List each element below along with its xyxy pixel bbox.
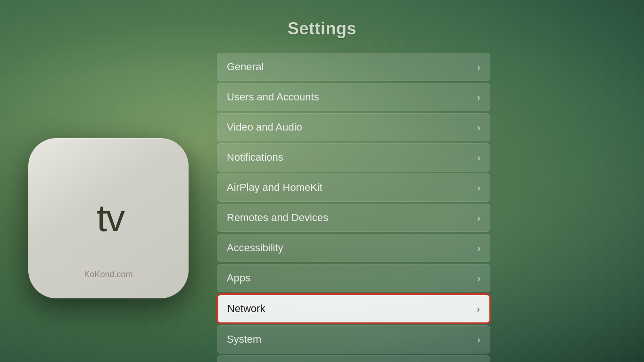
watermark-text: KoKond.com bbox=[84, 270, 132, 280]
chevron-icon-airplay-homekit: › bbox=[477, 182, 480, 193]
settings-item-network[interactable]: Network› bbox=[217, 294, 490, 323]
settings-item-general[interactable]: General› bbox=[217, 53, 490, 81]
chevron-icon-network: › bbox=[477, 304, 480, 314]
apple-logo-tv: tv bbox=[93, 199, 124, 237]
settings-label-system: System bbox=[227, 333, 261, 346]
apple-tv-box: tv KoKond.com bbox=[28, 138, 189, 298]
settings-label-notifications: Notifications bbox=[227, 151, 283, 164]
settings-label-airplay-homekit: AirPlay and HomeKit bbox=[227, 181, 322, 194]
chevron-icon-general: › bbox=[477, 62, 480, 73]
settings-item-users-accounts[interactable]: Users and Accounts› bbox=[217, 83, 490, 111]
settings-label-accessibility: Accessibility bbox=[227, 242, 283, 254]
settings-item-sleep-now[interactable]: Sleep Now› bbox=[217, 355, 490, 362]
settings-item-remotes-devices[interactable]: Remotes and Devices› bbox=[217, 204, 490, 232]
settings-list: General›Users and Accounts›Video and Aud… bbox=[217, 53, 490, 362]
chevron-icon-apps: › bbox=[477, 273, 480, 284]
settings-label-network: Network bbox=[227, 303, 265, 315]
page-title: Settings bbox=[288, 19, 356, 39]
settings-item-notifications[interactable]: Notifications› bbox=[217, 143, 490, 172]
settings-item-system[interactable]: System› bbox=[217, 325, 490, 354]
settings-label-video-audio: Video and Audio bbox=[227, 121, 302, 133]
settings-label-general: General bbox=[227, 61, 264, 73]
chevron-icon-video-audio: › bbox=[477, 122, 480, 133]
chevron-icon-accessibility: › bbox=[477, 243, 480, 254]
settings-label-remotes-devices: Remotes and Devices bbox=[227, 212, 328, 224]
settings-item-apps[interactable]: Apps› bbox=[217, 264, 490, 292]
chevron-icon-users-accounts: › bbox=[477, 92, 480, 103]
settings-item-accessibility[interactable]: Accessibility› bbox=[217, 234, 490, 262]
apple-tv-icon-container: tv KoKond.com bbox=[28, 138, 189, 298]
tv-label: tv bbox=[97, 199, 124, 237]
chevron-icon-remotes-devices: › bbox=[477, 213, 480, 223]
settings-item-video-audio[interactable]: Video and Audio› bbox=[217, 113, 490, 141]
settings-label-users-accounts: Users and Accounts bbox=[227, 91, 319, 103]
settings-item-airplay-homekit[interactable]: AirPlay and HomeKit› bbox=[217, 173, 490, 202]
settings-label-apps: Apps bbox=[227, 272, 250, 284]
main-content: Settings tv KoKond.com General›Users and… bbox=[0, 0, 644, 362]
main-area: tv KoKond.com General›Users and Accounts… bbox=[0, 53, 644, 362]
chevron-icon-notifications: › bbox=[477, 152, 480, 163]
chevron-icon-system: › bbox=[477, 334, 480, 345]
